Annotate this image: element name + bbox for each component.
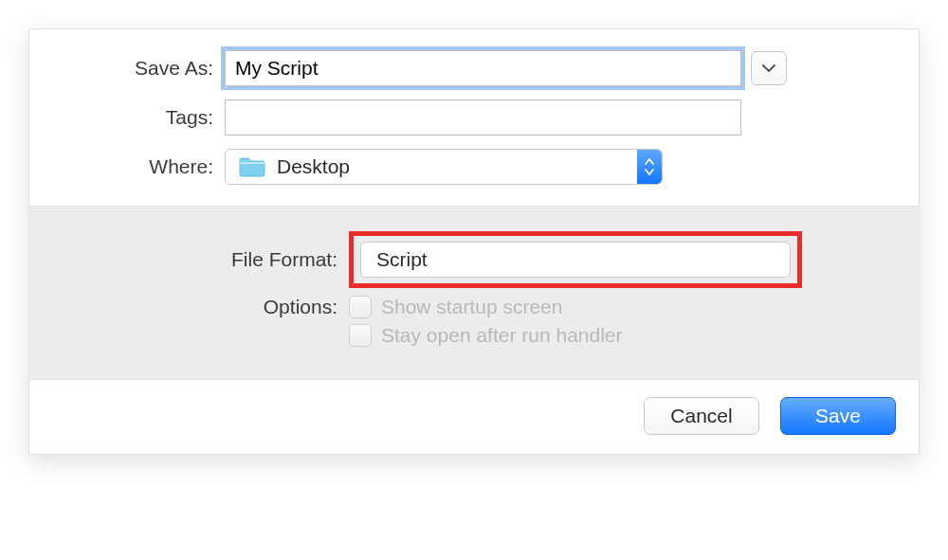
stepper-icon <box>778 249 790 270</box>
where-row: Where: Desktop <box>98 149 890 185</box>
stay-open-row: Stay open after run handler <box>349 324 623 347</box>
tags-label: Tags: <box>58 106 225 129</box>
show-startup-label: Show startup screen <box>381 296 562 318</box>
file-format-row: File Format: Script <box>58 231 890 288</box>
where-value: Desktop <box>275 155 637 178</box>
svg-rect-0 <box>240 163 264 164</box>
stay-open-label: Stay open after run handler <box>381 324 623 347</box>
save-button[interactable]: Save <box>780 397 896 435</box>
save-top-section: Save As: Tags: Where: Deskto <box>29 29 919 206</box>
show-startup-row: Show startup screen <box>349 296 623 318</box>
save-as-row: Save As: <box>58 50 890 86</box>
save-dialog: Save As: Tags: Where: Deskto <box>28 28 920 455</box>
save-as-input[interactable] <box>225 50 741 86</box>
folder-icon <box>239 156 265 177</box>
where-label: Where: <box>98 155 225 178</box>
stay-open-checkbox[interactable] <box>349 324 372 347</box>
stepper-icon <box>637 150 662 184</box>
show-startup-checkbox[interactable] <box>349 296 372 318</box>
options-row: Options: Show startup screen Stay open a… <box>58 296 890 347</box>
where-select[interactable]: Desktop <box>225 149 663 185</box>
expand-button[interactable] <box>751 51 787 85</box>
file-format-highlight: Script <box>349 231 802 288</box>
tags-input[interactable] <box>225 99 741 135</box>
cancel-button[interactable]: Cancel <box>644 397 759 435</box>
file-format-label: File Format: <box>58 248 349 271</box>
file-format-value: Script <box>361 248 778 271</box>
tags-row: Tags: <box>58 99 890 135</box>
chevron-down-icon <box>761 63 776 73</box>
save-as-label: Save As: <box>58 57 225 80</box>
options-checkboxes: Show startup screen Stay open after run … <box>349 296 623 347</box>
file-format-select[interactable]: Script <box>360 242 791 278</box>
options-label: Options: <box>58 296 349 318</box>
options-panel: File Format: Script Options: <box>29 206 919 380</box>
dialog-footer: Cancel Save <box>29 380 919 454</box>
